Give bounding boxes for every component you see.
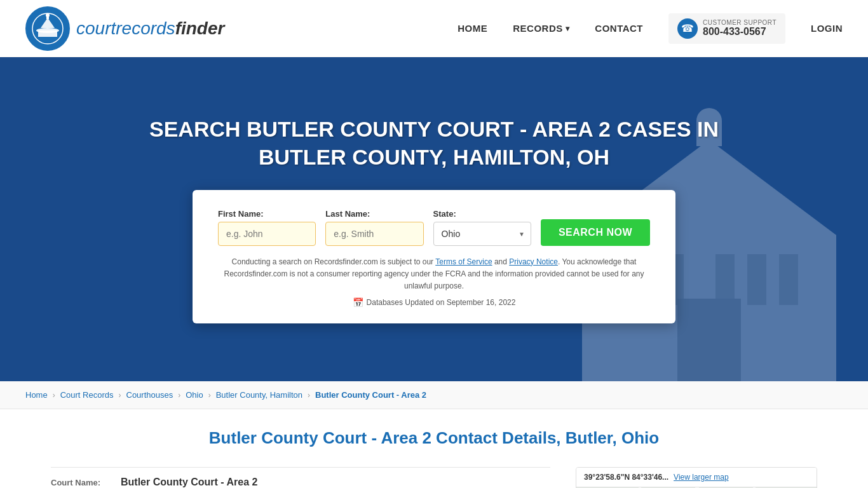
support-block[interactable]: ☎ CUSTOMER SUPPORT 800-433-0567: [668, 13, 785, 44]
detail-map-row: Court Name: Butler County Court - Area 2…: [51, 467, 817, 488]
breadcrumb-courthouses[interactable]: Courthouses: [126, 390, 173, 400]
search-fields: First Name: Last Name: State: Ohio Alaba…: [218, 209, 650, 246]
main-nav: HOME RECORDS ▾ CONTACT ☎ CUSTOMER SUPPOR…: [458, 13, 843, 44]
svg-point-5: [46, 13, 50, 17]
map-coords-bar: 39°23'58.6"N 84°33'46... View larger map: [576, 468, 817, 487]
main-content: Butler County Court - Area 2 Contact Det…: [0, 409, 868, 488]
support-text: CUSTOMER SUPPORT 800-433-0567: [703, 19, 776, 37]
breadcrumb-sep-4: ›: [208, 391, 211, 400]
section-title: Butler County Court - Area 2 Contact Det…: [51, 428, 817, 448]
breadcrumb-sep-2: ›: [119, 391, 121, 400]
hero-title: SEARCH BUTLER COUNTY COURT - AREA 2 CASE…: [148, 115, 720, 171]
tos-link[interactable]: Terms of Service: [435, 257, 492, 266]
first-name-input[interactable]: [218, 222, 316, 246]
support-phone-icon: ☎: [677, 18, 698, 39]
breadcrumb-current: Butler County Court - Area 2: [315, 390, 426, 400]
nav-records[interactable]: RECORDS ▾: [513, 23, 569, 34]
logo-icon: [25, 6, 70, 51]
search-button[interactable]: SEARCH NOW: [541, 219, 650, 246]
detail-panel: Court Name: Butler County Court - Area 2…: [51, 467, 550, 488]
db-updated: 📅 Databases Updated on September 16, 202…: [218, 297, 650, 308]
court-name-value: Butler County Court - Area 2: [121, 477, 257, 488]
last-name-label: Last Name:: [325, 209, 423, 219]
court-name-label: Court Name:: [51, 478, 114, 487]
map-coordinates: 39°23'58.6"N 84°33'46...: [584, 473, 668, 482]
breadcrumb-sep-3: ›: [178, 391, 180, 400]
nav-contact[interactable]: CONTACT: [595, 23, 643, 34]
breadcrumb-sep-1: ›: [53, 391, 55, 400]
breadcrumb: Home › Court Records › Courthouses › Ohi…: [0, 381, 868, 409]
last-name-field-group: Last Name:: [325, 209, 423, 246]
view-larger-map-link[interactable]: View larger map: [674, 473, 728, 482]
hero-content: SEARCH BUTLER COUNTY COURT - AREA 2 CASE…: [13, 115, 855, 324]
first-name-label: First Name:: [218, 209, 316, 219]
breadcrumb-ohio[interactable]: Ohio: [186, 390, 203, 400]
logo-area[interactable]: courtrecordsfinder: [25, 6, 224, 51]
logo-text: courtrecordsfinder: [76, 18, 224, 39]
breadcrumb-sep-5: ›: [308, 391, 310, 400]
breadcrumb-butler-hamilton[interactable]: Butler County, Hamilton: [216, 390, 302, 400]
records-chevron-icon: ▾: [566, 24, 570, 33]
first-name-field-group: First Name:: [218, 209, 316, 246]
support-number: 800-433-0567: [703, 26, 776, 37]
hero-section: SEARCH BUTLER COUNTY COURT - AREA 2 CASE…: [0, 57, 868, 381]
login-button[interactable]: LOGIN: [811, 23, 843, 34]
svg-rect-2: [38, 30, 57, 37]
nav-home[interactable]: HOME: [458, 23, 487, 34]
search-box: First Name: Last Name: State: Ohio Alaba…: [193, 190, 675, 324]
court-name-row: Court Name: Butler County Court - Area 2: [51, 467, 550, 488]
state-label: State:: [433, 209, 531, 219]
privacy-link[interactable]: Privacy Notice: [509, 257, 558, 266]
map-panel: 39°23'58.6"N 84°33'46... View larger map: [576, 467, 817, 488]
breadcrumb-court-records[interactable]: Court Records: [60, 390, 114, 400]
state-select[interactable]: Ohio Alabama Alaska Arizona California F…: [433, 222, 531, 246]
site-header: courtrecordsfinder HOME RECORDS ▾ CONTAC…: [0, 0, 868, 57]
state-select-wrapper: Ohio Alabama Alaska Arizona California F…: [433, 222, 531, 246]
state-field-group: State: Ohio Alabama Alaska Arizona Calif…: [433, 209, 531, 246]
disclaimer-text: Conducting a search on Recordsfinder.com…: [218, 256, 650, 293]
support-label: CUSTOMER SUPPORT: [703, 19, 776, 26]
calendar-icon: 📅: [353, 297, 363, 308]
breadcrumb-home[interactable]: Home: [25, 390, 48, 400]
last-name-input[interactable]: [325, 222, 423, 246]
